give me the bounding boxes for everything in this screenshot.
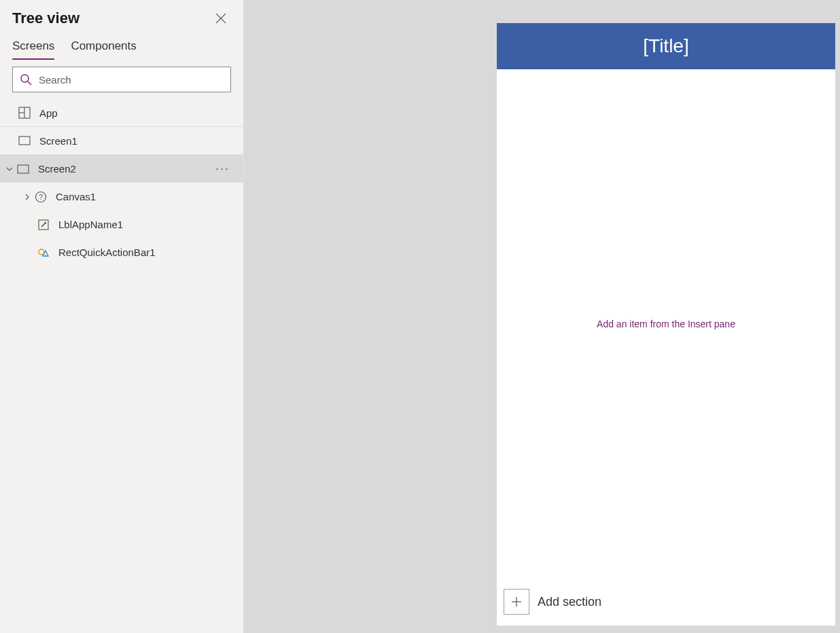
svg-line-1 <box>28 82 31 85</box>
tree-node-label: Screen2 <box>38 163 215 175</box>
add-section-button[interactable] <box>504 589 529 615</box>
question-icon: ? <box>34 190 48 204</box>
tabs-bar: Screens Components <box>0 35 243 60</box>
tree-node-label: RectQuickActionBar1 <box>58 247 243 258</box>
svg-point-0 <box>21 75 29 82</box>
tree-node-screen2[interactable]: Screen2 ··· <box>0 155 243 183</box>
canvas-titlebar: [Title] <box>497 23 835 69</box>
tree-node-label: LblAppName1 <box>58 219 243 230</box>
tree-header: Tree view <box>0 0 243 35</box>
close-panel-button[interactable] <box>211 8 231 29</box>
tree-node-lblappname1[interactable]: LblAppName1 <box>0 211 243 238</box>
tree-title-row: Tree view <box>12 8 231 29</box>
canvas-body[interactable]: Add an item from the Insert pane <box>497 69 835 578</box>
label-icon <box>37 218 50 232</box>
chevron-down-icon[interactable] <box>3 165 16 173</box>
search-icon <box>20 73 32 86</box>
more-options-button[interactable]: ··· <box>215 162 230 176</box>
tree-list: App Screen1 Screen2 ··· <box>0 99 243 633</box>
more-icon: ··· <box>215 162 230 175</box>
screen-icon <box>18 134 31 147</box>
tab-components[interactable]: Components <box>71 35 136 60</box>
tree-node-canvas1[interactable]: ? Canvas1 <box>0 183 243 211</box>
tree-node-app[interactable]: App <box>0 99 243 127</box>
tab-screens[interactable]: Screens <box>12 35 54 60</box>
search-box[interactable] <box>12 67 231 92</box>
svg-text:?: ? <box>39 193 43 201</box>
canvas-hint-text: Add an item from the Insert pane <box>597 319 735 329</box>
app-icon <box>18 106 31 120</box>
tree-node-screen1[interactable]: Screen1 <box>0 127 243 155</box>
tree-view-panel: Tree view Screens Components App <box>0 0 244 633</box>
panel-title: Tree view <box>12 10 80 27</box>
screen-icon <box>16 162 30 176</box>
svg-rect-6 <box>18 165 29 173</box>
tree-node-rectquickactionbar1[interactable]: RectQuickActionBar1 <box>0 238 243 266</box>
shapes-icon <box>37 246 50 259</box>
canvas-title: [Title] <box>643 35 688 57</box>
tree-node-label: App <box>39 107 243 119</box>
search-input[interactable] <box>39 67 224 92</box>
svg-rect-5 <box>19 137 30 145</box>
canvas-preview: [Title] Add an item from the Insert pane… <box>497 23 835 626</box>
search-wrap <box>0 60 243 99</box>
close-icon <box>215 13 226 24</box>
plus-icon <box>510 596 523 608</box>
svg-point-10 <box>39 249 44 255</box>
tree-node-label: Screen1 <box>39 135 243 147</box>
canvas-footer: Add section <box>497 578 835 626</box>
add-section-label: Add section <box>538 595 601 609</box>
chevron-right-icon[interactable] <box>20 193 34 201</box>
tree-node-label: Canvas1 <box>56 191 243 202</box>
